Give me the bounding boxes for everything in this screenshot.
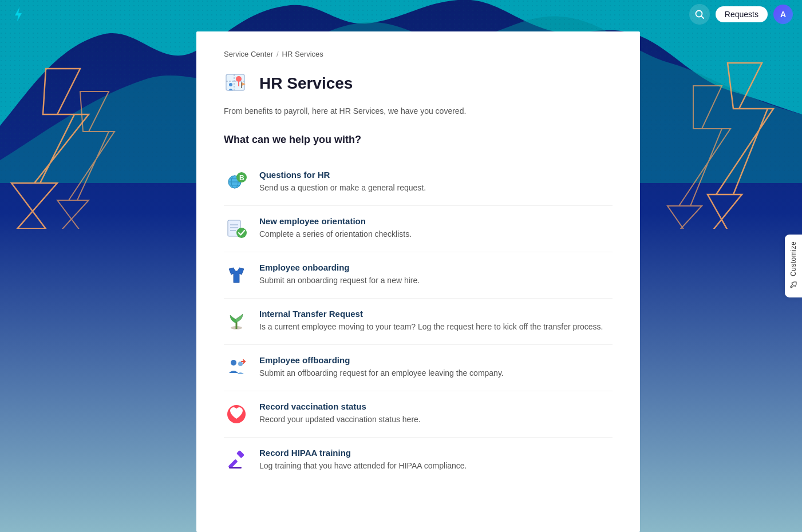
search-button[interactable] [689, 4, 710, 25]
svg-rect-36 [229, 467, 242, 469]
breadcrumb-current: HR Services [282, 50, 323, 58]
svg-point-37 [791, 287, 792, 288]
svg-rect-34 [236, 450, 244, 458]
service-item-transfer[interactable]: Internal Transfer Request Is a current e… [224, 299, 613, 345]
service-desc-vaccination: Record your updated vaccination status h… [259, 414, 421, 426]
customize-label: Customize [789, 241, 797, 276]
service-icon-questions: B [224, 170, 249, 195]
service-content-transfer: Internal Transfer Request Is a current e… [259, 309, 603, 333]
service-title-orientation: New employee orientation [259, 216, 412, 226]
service-content-questions: Questions for HR Send us a question or m… [259, 170, 426, 194]
service-title-transfer: Internal Transfer Request [259, 309, 603, 319]
service-desc-onboarding: Submit an onboarding request for a new h… [259, 275, 420, 287]
svg-text:B: B [239, 174, 244, 182]
app-logo[interactable] [9, 5, 27, 23]
service-icon-onboarding [224, 263, 249, 288]
page-header: HR Services [224, 70, 613, 97]
service-list: B Questions for HR Send us a question or… [224, 160, 613, 483]
service-title-questions: Questions for HR [259, 170, 426, 180]
service-icon-offboarding [224, 355, 249, 380]
svg-point-30 [231, 360, 236, 366]
page-icon [224, 70, 251, 97]
service-item-vaccination[interactable]: Record vaccination status Record your up… [224, 391, 613, 438]
service-item-onboarding[interactable]: Employee onboarding Submit an onboarding… [224, 252, 613, 299]
service-content-vaccination: Record vaccination status Record your up… [259, 402, 421, 426]
service-item-orientation[interactable]: New employee orientation Complete a seri… [224, 206, 613, 252]
page-title: HR Services [259, 74, 353, 93]
svg-point-31 [238, 362, 243, 366]
svg-rect-14 [241, 82, 242, 88]
service-icon-vaccination [224, 402, 249, 427]
nav-right: Requests A [689, 4, 793, 25]
service-content-onboarding: Employee onboarding Submit an onboarding… [259, 263, 420, 287]
nav-left [9, 5, 27, 23]
service-item-questions-hr[interactable]: B Questions for HR Send us a question or… [224, 160, 613, 206]
service-desc-orientation: Complete a series of orientation checkli… [259, 228, 412, 240]
service-content-hipaa: Record HIPAA training Log training that … [259, 448, 467, 472]
service-icon-orientation [224, 216, 249, 241]
svg-marker-6 [15, 7, 22, 21]
customize-tab[interactable]: Customize [785, 235, 802, 297]
svg-point-12 [236, 76, 242, 82]
service-icon-transfer [224, 309, 249, 334]
svg-point-7 [696, 11, 702, 17]
content-panel: Service Center / HR Services [196, 31, 640, 532]
svg-point-27 [236, 228, 247, 238]
service-desc-offboarding: Submit an offboarding request for an emp… [259, 367, 504, 379]
service-desc-questions: Send us a question or make a general req… [259, 182, 426, 194]
main-layout: Service Center / HR Services [0, 0, 802, 532]
service-item-offboarding[interactable]: Employee offboarding Submit an offboardi… [224, 345, 613, 391]
svg-point-13 [229, 83, 232, 86]
top-nav: Requests A [0, 0, 802, 29]
svg-line-8 [701, 17, 704, 19]
service-desc-hipaa: Log training that you have attended for … [259, 460, 467, 472]
service-title-onboarding: Employee onboarding [259, 263, 420, 272]
breadcrumb-separator: / [276, 50, 279, 58]
user-avatar[interactable]: A [773, 5, 793, 24]
section-heading: What can we help you with? [224, 134, 613, 146]
requests-button[interactable]: Requests [716, 6, 768, 22]
service-title-offboarding: Employee offboarding [259, 355, 504, 365]
service-title-hipaa: Record HIPAA training [259, 448, 467, 458]
service-item-hipaa[interactable]: Record HIPAA training Log training that … [224, 438, 613, 483]
service-content-orientation: New employee orientation Complete a seri… [259, 216, 412, 240]
breadcrumb: Service Center / HR Services [224, 50, 613, 58]
customize-icon [789, 281, 797, 291]
breadcrumb-root[interactable]: Service Center [224, 50, 273, 58]
page-description: From benefits to payroll, here at HR Ser… [224, 106, 613, 116]
service-icon-hipaa [224, 448, 249, 473]
service-desc-transfer: Is a current employee moving to your tea… [259, 321, 603, 333]
service-title-vaccination: Record vaccination status [259, 402, 421, 411]
service-content-offboarding: Employee offboarding Submit an offboardi… [259, 355, 504, 379]
